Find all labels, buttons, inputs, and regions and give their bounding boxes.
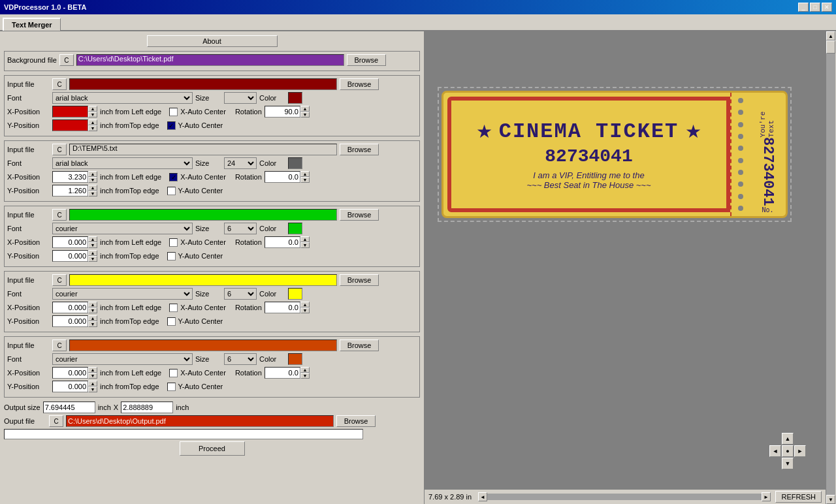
s4-font-select[interactable]: courierarialarial black [52,288,193,300]
s3-y-auto-checkbox[interactable] [167,252,176,260]
proceed-button[interactable]: Proceed [180,441,245,456]
s3-x-up[interactable]: ▲ [88,236,97,242]
s4-x-auto-checkbox[interactable] [169,304,178,312]
s1-x-down-btn[interactable]: ▼ [88,112,97,118]
s5-y-down[interactable]: ▼ [88,386,97,392]
s5-y-auto-checkbox[interactable] [167,383,176,391]
nav-left-btn[interactable]: ◄ [769,445,781,457]
output-file-path[interactable]: C:\Users\d\Desktop\Output.pdf [66,415,334,427]
s4-y-up[interactable]: ▲ [88,315,97,321]
s3-x-down[interactable]: ▼ [88,242,97,248]
s2-x-up[interactable]: ▲ [88,171,97,177]
s5-y-input[interactable] [52,381,88,392]
s2-rot-up[interactable]: ▲ [300,171,310,177]
v-scroll-up-btn[interactable]: ▲ [826,31,835,40]
s1-y-input[interactable] [52,119,88,131]
s5-x-down[interactable]: ▼ [88,373,97,379]
tab-text-merger[interactable]: Text Merger [3,18,61,31]
s5-color-box[interactable] [288,353,302,365]
h-scroll-right-btn[interactable]: ► [762,492,771,501]
s2-color-box[interactable] [288,157,302,169]
s3-c-btn[interactable]: C [52,209,67,221]
s2-file-path[interactable]: D:\TEMP\5.txt [69,144,337,155]
s5-font-select[interactable]: courierarialarial black [52,353,193,365]
s5-rot-up[interactable]: ▲ [300,367,310,373]
s1-y-up[interactable]: ▲ [88,119,97,125]
output-height-input[interactable] [121,402,173,413]
s1-color-box[interactable] [288,92,302,104]
s1-rot-input[interactable] [265,106,300,118]
s2-y-up[interactable]: ▲ [88,185,97,191]
s3-rot-down[interactable]: ▼ [300,242,310,248]
s3-browse-btn[interactable]: Browse [340,209,379,221]
s3-x-input[interactable] [52,236,88,248]
s1-font-select[interactable]: arial blackarialcourier [52,92,193,104]
s5-c-btn[interactable]: C [52,339,67,351]
s1-x-input[interactable] [52,106,88,118]
s2-x-down[interactable]: ▼ [88,177,97,183]
s3-rot-input[interactable] [265,236,300,248]
v-scroll-thumb[interactable] [826,40,835,54]
bg-file-path[interactable]: C:\Users\d\Desktop\Ticket.pdf [76,54,344,66]
s5-y-up[interactable]: ▲ [88,381,97,386]
s5-x-up[interactable]: ▲ [88,367,97,373]
v-scroll-down-btn[interactable]: ▼ [826,495,835,504]
about-button[interactable]: About [147,35,278,47]
s4-file-path[interactable] [69,274,337,286]
s3-y-down[interactable]: ▼ [88,256,97,262]
s1-x-auto-checkbox[interactable] [169,108,178,116]
s4-y-down[interactable]: ▼ [88,321,97,327]
s4-rot-input[interactable] [265,302,300,313]
maximize-btn[interactable]: □ [810,3,820,12]
s2-y-input[interactable] [52,185,88,197]
refresh-button[interactable]: REFRESH [775,491,822,503]
nav-center-btn[interactable]: ● [782,445,794,457]
s4-c-btn[interactable]: C [52,274,67,286]
s1-c-btn[interactable]: C [52,78,67,90]
s4-browse-btn[interactable]: Browse [340,274,379,286]
s2-y-down[interactable]: ▼ [88,191,97,197]
s4-x-input[interactable] [52,302,88,313]
s3-size-select[interactable]: 681224 [224,223,257,234]
output-c-btn[interactable]: C [49,415,63,427]
s1-y-auto-checkbox[interactable]: ✓ [167,121,176,130]
nav-down-btn[interactable]: ▼ [782,458,794,469]
s4-size-select[interactable]: 681224 [224,288,257,300]
s5-size-select[interactable]: 681224 [224,353,257,365]
s4-y-auto-checkbox[interactable] [167,317,176,326]
s3-font-select[interactable]: courierarialarial black [52,223,193,234]
s4-x-down[interactable]: ▼ [88,307,97,313]
s5-file-path[interactable] [69,339,337,351]
s4-color-box[interactable] [288,288,302,300]
s3-file-path[interactable] [69,209,337,221]
s5-x-auto-checkbox[interactable] [169,369,178,377]
s5-rot-input[interactable] [265,367,300,379]
output-browse-btn[interactable]: Browse [336,415,376,427]
s1-rot-up[interactable]: ▲ [300,106,310,112]
nav-right-btn[interactable]: ► [794,445,806,457]
s5-browse-btn[interactable]: Browse [340,339,379,351]
s1-x-up-btn[interactable]: ▲ [88,106,97,112]
s4-x-up[interactable]: ▲ [88,302,97,307]
s4-rot-up[interactable]: ▲ [300,302,310,307]
s2-x-auto-checkbox[interactable]: ✓ [169,173,178,181]
nav-up-btn[interactable]: ▲ [782,433,794,445]
s3-y-input[interactable] [52,250,88,262]
minimize-btn[interactable]: _ [798,3,809,12]
s2-font-select[interactable]: arial blackarialcourier [52,157,193,169]
close-btn[interactable]: ✕ [822,3,832,12]
s2-size-select[interactable]: 246812 [224,157,257,169]
s3-y-up[interactable]: ▲ [88,250,97,256]
s3-rot-up[interactable]: ▲ [300,236,310,242]
output-width-input[interactable] [43,402,95,413]
s2-y-auto-checkbox[interactable] [167,187,176,195]
s1-browse-btn[interactable]: Browse [340,78,379,90]
bg-c-btn[interactable]: C [59,54,74,66]
s1-size-select[interactable]: 681224 [224,92,257,104]
s5-x-input[interactable] [52,367,88,379]
s4-y-input[interactable] [52,315,88,327]
s2-x-input[interactable] [52,171,88,183]
s3-color-box[interactable] [288,223,302,234]
s2-rot-down[interactable]: ▼ [300,177,310,183]
s3-x-auto-checkbox[interactable] [169,238,178,247]
